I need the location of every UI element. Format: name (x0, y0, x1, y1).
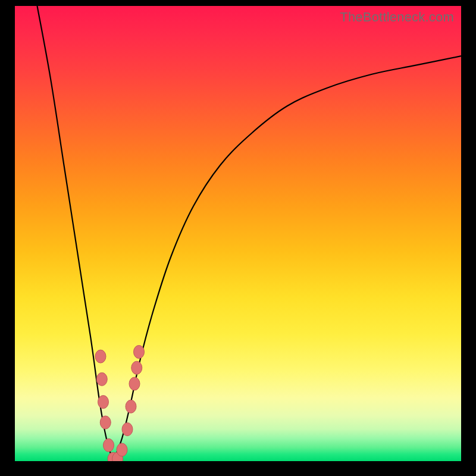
data-marker (131, 361, 142, 374)
bottleneck-curve (37, 6, 462, 461)
chart-overlay (15, 6, 461, 461)
curve-right-branch (113, 56, 461, 461)
data-marker (96, 372, 107, 386)
watermark-text: TheBottleneck.com (340, 10, 454, 25)
data-marker (122, 422, 133, 436)
data-marker (117, 443, 127, 456)
chart-frame: TheBottleneck.com (0, 0, 476, 476)
data-marker (126, 400, 136, 413)
data-marker (104, 439, 114, 452)
data-marker (100, 416, 111, 429)
data-markers (95, 345, 145, 461)
curve-left-branch (37, 6, 114, 461)
data-marker (134, 345, 145, 358)
data-marker (95, 350, 106, 363)
data-marker (129, 377, 140, 390)
plot-area: TheBottleneck.com (15, 6, 461, 461)
data-marker (98, 396, 109, 409)
